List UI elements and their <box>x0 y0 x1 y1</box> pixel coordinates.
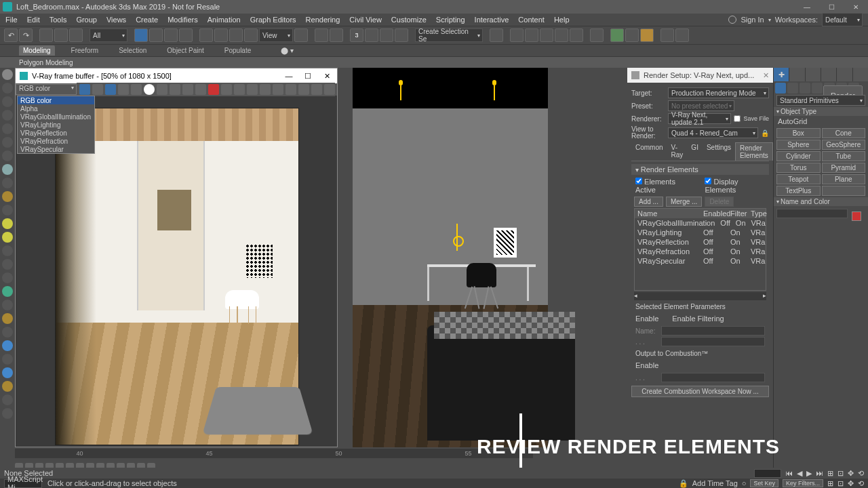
primitive-button[interactable]: Torus <box>776 163 821 173</box>
nav-icon[interactable]: ✥ <box>848 479 854 488</box>
rendered-frame-icon[interactable] <box>625 28 639 42</box>
lt-tool-icon[interactable] <box>2 164 13 175</box>
lt-tool-icon[interactable] <box>2 367 13 378</box>
play-fwd-icon[interactable]: ⏭ <box>816 469 823 477</box>
lt-tool-icon[interactable] <box>2 83 13 94</box>
vfb-render-canvas[interactable] <box>55 108 299 445</box>
lt-tool-icon[interactable] <box>2 408 13 419</box>
menu-animation[interactable]: Animation <box>208 16 241 24</box>
vfb-load-icon[interactable] <box>182 84 193 95</box>
vfb-tool-icon[interactable] <box>273 84 283 95</box>
menu-grapheditors[interactable]: Graph Editors <box>250 16 296 24</box>
primitive-button[interactable]: Tube <box>822 151 866 161</box>
table-row[interactable]: VRayGlobalIlluminationOffOnVRa <box>635 218 766 228</box>
lights-icon[interactable] <box>800 83 810 94</box>
menu-tools[interactable]: Tools <box>50 16 67 24</box>
tab-render-elements[interactable]: Render Elements <box>735 142 773 161</box>
lt-tool-icon[interactable] <box>2 327 13 338</box>
create-tab-icon[interactable]: ✚ <box>774 68 789 81</box>
lock-icon[interactable]: 🔒 <box>761 129 769 137</box>
motion-tab-icon[interactable] <box>821 68 836 81</box>
menu-edit[interactable]: Edit <box>27 16 40 24</box>
primitive-type-dropdown[interactable]: Standard Primitives <box>776 95 865 106</box>
select-name-icon[interactable] <box>149 28 163 42</box>
link-icon[interactable] <box>39 28 53 42</box>
primitive-button[interactable]: Sphere <box>776 140 821 150</box>
vfb-clear-icon[interactable] <box>195 84 206 95</box>
element-path-input[interactable] <box>661 337 765 346</box>
enable-filtering-checkbox[interactable]: Enable Filtering <box>672 314 724 323</box>
nav-icon[interactable]: ✥ <box>848 469 854 478</box>
lt-tool-icon[interactable] <box>2 123 13 134</box>
vfb-titlebar[interactable]: V-Ray frame buffer - [50% of 1080 x 1500… <box>16 68 337 83</box>
ribbon-objectpaint[interactable]: Object Paint <box>163 45 208 56</box>
table-row[interactable]: VRayLightingOffOnVRa <box>635 228 766 237</box>
nav-icon[interactable]: ⊡ <box>837 479 844 488</box>
target-dropdown[interactable]: Production Rendering Mode <box>668 87 769 98</box>
vfb-tool-icon[interactable] <box>247 84 258 95</box>
tab-settings[interactable]: Settings <box>703 142 735 161</box>
menu-file[interactable]: File <box>5 16 18 24</box>
vfb-tool-icon[interactable] <box>298 84 309 95</box>
primitive-button[interactable]: Cylinder <box>776 151 821 161</box>
render-setup-icon[interactable] <box>610 28 624 42</box>
table-row[interactable]: VRaySpecularOffOnVRa <box>635 256 766 266</box>
menu-customize[interactable]: Customize <box>391 16 427 24</box>
align-icon[interactable] <box>510 28 524 42</box>
key-icon[interactable]: ○ <box>742 479 747 487</box>
layers-icon[interactable] <box>525 28 538 42</box>
minimize-button[interactable]: — <box>797 1 816 12</box>
nav-icon[interactable]: ⊞ <box>827 469 833 478</box>
shapes-icon[interactable] <box>787 83 798 94</box>
vfb-minimize-button[interactable]: — <box>283 72 295 81</box>
table-hscrollbar[interactable] <box>634 292 766 300</box>
vfb-dd-specular[interactable]: VRaySpecular <box>18 145 94 153</box>
lt-tool-icon[interactable] <box>2 96 13 107</box>
ribbon-modeling[interactable]: Modeling <box>19 45 55 56</box>
lt-tool-icon[interactable] <box>2 232 13 243</box>
render-setup-close[interactable]: ✕ <box>763 71 769 80</box>
elements-active-checkbox[interactable]: Elements Active <box>635 178 691 194</box>
combustion-browse[interactable]: . . . <box>635 374 658 382</box>
primitive-button[interactable]: Plane <box>822 174 866 184</box>
lt-tool-icon[interactable] <box>2 354 13 365</box>
lt-sphere-icon[interactable] <box>2 69 13 80</box>
add-time-tag[interactable]: Add Time Tag <box>692 479 738 487</box>
vfb-tool-icon[interactable] <box>221 84 232 95</box>
lt-tool-icon[interactable] <box>2 381 13 392</box>
vfb-dd-lighting[interactable]: VRayLighting <box>18 121 94 129</box>
renderer-dropdown[interactable]: V-Ray Next, update 2.1 <box>668 113 731 124</box>
maximize-button[interactable]: ☐ <box>822 1 841 12</box>
primitive-button[interactable]: Box <box>776 128 821 138</box>
th-filter[interactable]: Filter <box>728 209 748 218</box>
menu-civilview[interactable]: Civil View <box>349 16 381 24</box>
select-icon[interactable] <box>134 28 148 42</box>
menu-group[interactable]: Group <box>76 16 97 24</box>
primitive-button[interactable]: TextPlus <box>776 186 821 196</box>
lock-icon[interactable]: 🔒 <box>679 479 688 488</box>
vfb-region-icon[interactable] <box>260 84 271 95</box>
placement-icon[interactable] <box>244 28 258 42</box>
vfb-g-icon[interactable] <box>105 84 116 95</box>
tab-common[interactable]: Common <box>631 142 667 161</box>
schematic-icon[interactable] <box>570 28 583 42</box>
combustion-path-input[interactable] <box>661 373 765 382</box>
lt-tool-icon[interactable] <box>2 272 13 283</box>
menu-content[interactable]: Content <box>518 16 545 24</box>
table-row[interactable]: VRayRefractionOffOnVRa <box>635 247 766 256</box>
merge-element-button[interactable]: Merge ... <box>666 197 702 207</box>
subribbon-panel[interactable]: Polygon Modeling <box>0 57 868 68</box>
table-row[interactable]: VRayReflectionOffOnVRa <box>635 237 766 247</box>
mirror-icon[interactable] <box>490 28 503 42</box>
vfb-b-icon[interactable] <box>118 84 129 95</box>
tab-gi[interactable]: GI <box>687 142 703 161</box>
vray-rt-icon[interactable] <box>675 28 689 42</box>
unlink-icon[interactable] <box>54 28 68 42</box>
undo-icon[interactable]: ↶ <box>4 28 18 42</box>
select-region-icon[interactable] <box>164 28 178 42</box>
vfb-dd-reflection[interactable]: VRayReflection <box>18 129 94 137</box>
vfb-tool-icon[interactable] <box>234 84 245 95</box>
vfb-dd-gi[interactable]: VRayGlobalIllumination <box>18 113 94 121</box>
th-enabled[interactable]: Enabled <box>701 209 728 218</box>
lt-tool-icon[interactable] <box>2 150 13 161</box>
